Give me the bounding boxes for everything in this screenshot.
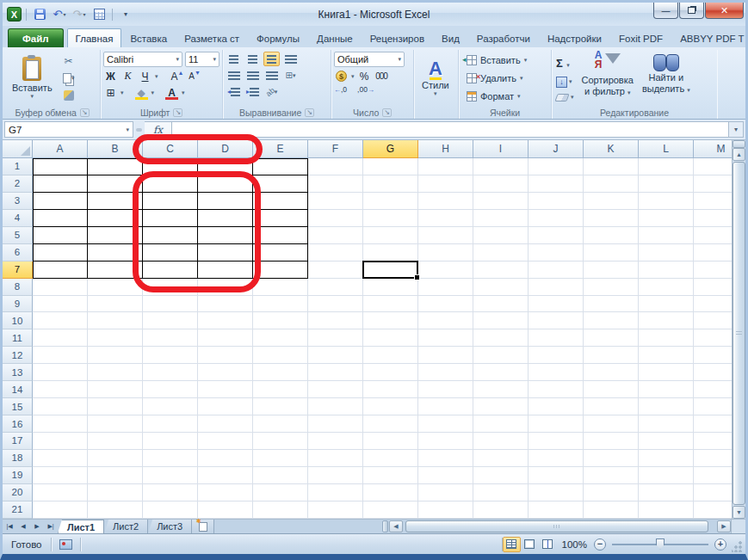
column-header-G[interactable]: G — [363, 140, 418, 158]
cell-I21[interactable] — [473, 502, 529, 519]
cell-E16[interactable] — [253, 415, 308, 433]
cell-H12[interactable] — [418, 347, 473, 364]
cell-A3[interactable] — [33, 193, 88, 210]
cell-L21[interactable] — [639, 502, 694, 519]
prev-sheet-button[interactable]: ◀ — [16, 520, 30, 533]
row-header-2[interactable]: 2 — [3, 175, 33, 193]
macro-record-icon[interactable] — [59, 539, 72, 550]
alignment-dialog-launcher[interactable]: ↘ — [305, 108, 314, 117]
name-box[interactable]: G7▾ — [4, 121, 133, 138]
cell-G11[interactable] — [363, 329, 418, 347]
cell-B21[interactable] — [88, 502, 143, 519]
cell-F13[interactable] — [308, 364, 363, 381]
cell-F19[interactable] — [308, 467, 363, 484]
cell-J17[interactable] — [529, 433, 584, 450]
cell-I9[interactable] — [473, 296, 529, 313]
cell-A8[interactable] — [33, 279, 88, 296]
cell-I13[interactable] — [473, 364, 529, 381]
cell-L12[interactable] — [639, 347, 694, 364]
minimize-button[interactable]: — — [653, 3, 678, 19]
column-header-I[interactable]: I — [473, 140, 529, 158]
cell-G8[interactable] — [363, 279, 418, 296]
close-button[interactable]: ✕ — [705, 3, 744, 19]
tab-scrollbar-splitter[interactable] — [382, 520, 388, 532]
number-dialog-launcher[interactable]: ↘ — [382, 108, 392, 117]
cell-F11[interactable] — [308, 329, 363, 347]
cell-G19[interactable] — [363, 467, 418, 484]
column-header-F[interactable]: F — [308, 140, 363, 158]
cell-K13[interactable] — [584, 364, 639, 381]
cell-I5[interactable] — [473, 227, 529, 244]
cell-I6[interactable] — [473, 244, 529, 262]
row-header-7[interactable]: 7 — [3, 262, 33, 279]
zoom-slider[interactable] — [612, 544, 708, 545]
tab-вид[interactable]: Вид — [433, 28, 468, 47]
cell-D20[interactable] — [198, 484, 253, 502]
cell-G3[interactable] — [363, 193, 418, 210]
tab-формулы[interactable]: Формулы — [248, 28, 308, 47]
comma-style-button[interactable]: 000 — [374, 69, 389, 83]
cell-F9[interactable] — [308, 296, 363, 313]
cell-A11[interactable] — [33, 329, 88, 347]
column-header-K[interactable]: K — [584, 140, 639, 158]
cell-J16[interactable] — [529, 415, 584, 433]
cell-I17[interactable] — [473, 433, 529, 450]
cell-E19[interactable] — [253, 467, 308, 484]
column-header-M[interactable]: M — [694, 140, 732, 158]
cell-F8[interactable] — [308, 279, 363, 296]
row-header-12[interactable]: 12 — [3, 347, 33, 364]
row-header-18[interactable]: 18 — [3, 450, 33, 467]
cell-K4[interactable] — [584, 210, 639, 227]
cell-I20[interactable] — [473, 484, 529, 502]
column-header-H[interactable]: H — [418, 140, 473, 158]
cell-M10[interactable] — [694, 312, 732, 329]
horizontal-scrollbar[interactable] — [403, 520, 717, 532]
fill-color-button[interactable]: ◆ — [134, 85, 149, 100]
cell-E20[interactable] — [253, 484, 308, 502]
cell-B9[interactable] — [88, 296, 143, 313]
cell-B18[interactable] — [88, 450, 143, 467]
cell-G14[interactable] — [363, 381, 418, 398]
cell-B1[interactable] — [88, 158, 143, 175]
cell-F21[interactable] — [308, 502, 363, 519]
cell-M1[interactable] — [694, 158, 732, 175]
cell-H13[interactable] — [418, 364, 473, 381]
cell-K7[interactable] — [584, 262, 639, 279]
cell-G12[interactable] — [363, 347, 418, 364]
column-header-A[interactable]: A — [33, 140, 88, 158]
cell-J15[interactable] — [529, 398, 584, 415]
cell-L1[interactable] — [639, 158, 694, 175]
cell-J1[interactable] — [529, 158, 584, 175]
percent-style-button[interactable]: % — [357, 69, 372, 83]
cell-J18[interactable] — [529, 450, 584, 467]
cell-D15[interactable] — [198, 398, 253, 415]
row-header-16[interactable]: 16 — [3, 415, 33, 433]
undo-button[interactable]: ↶▾ — [51, 6, 68, 23]
cell-H14[interactable] — [418, 381, 473, 398]
row-header-15[interactable]: 15 — [3, 398, 33, 415]
cell-C19[interactable] — [143, 467, 198, 484]
cell-I8[interactable] — [473, 279, 529, 296]
table-mode-button[interactable] — [90, 6, 108, 23]
cell-H8[interactable] — [418, 279, 473, 296]
cell-C20[interactable] — [143, 484, 198, 502]
zoom-in-button[interactable]: + — [714, 538, 726, 551]
cell-I11[interactable] — [473, 329, 529, 347]
cell-H11[interactable] — [418, 329, 473, 347]
cell-F1[interactable] — [308, 158, 363, 175]
fill-color-caret[interactable]: ▾ — [151, 89, 155, 96]
cell-G15[interactable] — [363, 398, 418, 415]
vertical-scroll-thumb[interactable] — [733, 162, 745, 505]
resize-grip[interactable] — [732, 541, 743, 552]
cell-C9[interactable] — [143, 296, 198, 313]
cell-G13[interactable] — [363, 364, 418, 381]
cell-A13[interactable] — [33, 364, 88, 381]
cell-E12[interactable] — [253, 347, 308, 364]
cell-J20[interactable] — [529, 484, 584, 502]
cell-J7[interactable] — [529, 262, 584, 279]
cell-E9[interactable] — [253, 296, 308, 313]
cell-M3[interactable] — [694, 193, 732, 210]
cell-I12[interactable] — [473, 347, 529, 364]
cell-M18[interactable] — [694, 450, 732, 467]
cell-M20[interactable] — [694, 484, 732, 502]
